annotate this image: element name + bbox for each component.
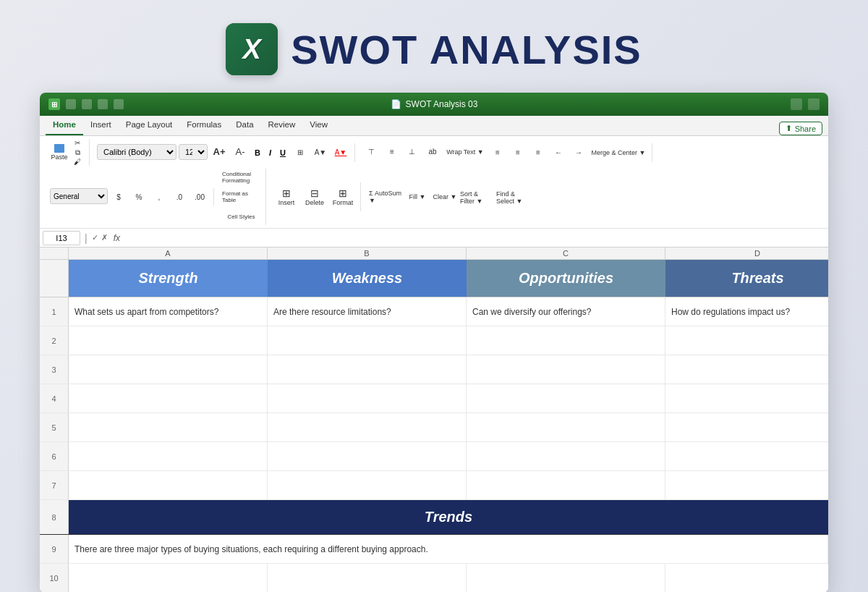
cell-a-7[interactable] bbox=[69, 471, 268, 499]
cell-reference-input[interactable] bbox=[43, 231, 80, 245]
cancel-formula-icon[interactable]: ✗ bbox=[101, 233, 108, 242]
bold-button[interactable]: B bbox=[251, 145, 264, 161]
cell-c-4[interactable] bbox=[467, 384, 665, 413]
cell-b-5[interactable] bbox=[268, 413, 467, 441]
row-10: 10 bbox=[40, 564, 828, 592]
number-format-select[interactable]: General bbox=[50, 188, 108, 204]
check-icon[interactable]: ✓ bbox=[92, 233, 98, 242]
row-10-b[interactable] bbox=[268, 564, 467, 592]
cell-a-5[interactable] bbox=[69, 413, 268, 441]
align-middle-button[interactable]: ≡ bbox=[383, 143, 401, 161]
cell-a-3[interactable] bbox=[69, 355, 268, 384]
underline-button[interactable]: U bbox=[276, 145, 289, 161]
cell-b-7[interactable] bbox=[268, 471, 467, 499]
column-headers: A B C D bbox=[40, 248, 828, 260]
cell-a-4[interactable] bbox=[69, 384, 268, 413]
account-button[interactable] bbox=[808, 98, 820, 110]
fill-button[interactable]: Fill ▼ bbox=[404, 188, 430, 206]
cell-a-2[interactable] bbox=[69, 326, 268, 355]
formula-input[interactable] bbox=[126, 231, 825, 245]
cell-c-7[interactable] bbox=[467, 471, 665, 499]
cell-a-1[interactable]: What sets us apart from competitors? bbox=[69, 297, 268, 326]
paste-button[interactable]: Paste bbox=[50, 144, 69, 161]
cell-d-4[interactable] bbox=[665, 384, 828, 413]
font-group: Calibri (Body) 12 A+ A- B I U ⊞ A▼ A▼ bbox=[93, 143, 355, 162]
cut-button[interactable]: ✂ bbox=[70, 139, 85, 147]
font-size-select[interactable]: 12 bbox=[179, 144, 208, 160]
sort-filter-button[interactable]: Sort & Filter ▼ bbox=[459, 189, 494, 206]
cell-b-4[interactable] bbox=[268, 384, 467, 413]
row-9: 9 There are three major types of buying … bbox=[40, 535, 828, 564]
percent-button[interactable]: % bbox=[129, 188, 148, 206]
increase-font-button[interactable]: A+ bbox=[210, 143, 229, 161]
save-button[interactable] bbox=[66, 99, 76, 109]
conditional-formatting-button[interactable]: Conditional Formatting bbox=[221, 169, 261, 186]
align-left-button[interactable]: ≡ bbox=[488, 144, 507, 161]
row-10-c[interactable] bbox=[467, 564, 665, 592]
opportunities-header: Opportunities bbox=[467, 260, 665, 297]
cell-b-6[interactable] bbox=[268, 442, 467, 470]
copy-button[interactable]: ⧉ bbox=[70, 148, 85, 156]
cell-c-6[interactable] bbox=[467, 442, 665, 470]
cell-d-3[interactable] bbox=[665, 355, 828, 384]
tab-review[interactable]: Review bbox=[261, 115, 303, 135]
search-button[interactable] bbox=[791, 98, 802, 110]
clear-button[interactable]: Clear ▼ bbox=[432, 188, 458, 206]
more-button[interactable] bbox=[114, 99, 124, 109]
cell-c-5[interactable] bbox=[467, 413, 665, 441]
borders-button[interactable]: ⊞ bbox=[291, 144, 310, 161]
increase-decimal-button[interactable]: .00 bbox=[190, 188, 209, 206]
cell-b-1[interactable]: Are there resource limitations? bbox=[268, 297, 467, 326]
cell-b-3[interactable] bbox=[268, 355, 467, 384]
cell-d-2[interactable] bbox=[665, 326, 828, 355]
cell-b-2[interactable] bbox=[268, 326, 467, 355]
merge-center-button[interactable]: Merge & Center ▼ bbox=[590, 144, 647, 161]
cell-d-5[interactable] bbox=[665, 413, 828, 441]
align-center-button[interactable]: ≡ bbox=[509, 144, 527, 161]
decrease-indent-button[interactable]: ← bbox=[549, 144, 568, 161]
font-color-button[interactable]: A▼ bbox=[331, 144, 350, 161]
tab-data[interactable]: Data bbox=[229, 115, 260, 135]
align-top-button[interactable]: ⊤ bbox=[362, 143, 381, 161]
format-button[interactable]: ⊞Format bbox=[330, 182, 356, 211]
insert-button[interactable]: ⊞Insert bbox=[273, 182, 299, 211]
decrease-decimal-button[interactable]: .0 bbox=[170, 188, 189, 206]
comma-button[interactable]: , bbox=[150, 188, 169, 206]
currency-button[interactable]: $ bbox=[109, 188, 128, 206]
format-painter-button[interactable]: 🖌 bbox=[70, 158, 85, 166]
cell-a-6[interactable] bbox=[69, 442, 268, 470]
align-bottom-button[interactable]: ⊥ bbox=[403, 143, 422, 161]
title-bar-title: 📄 SWOT Analysis 03 bbox=[391, 99, 478, 109]
font-family-select[interactable]: Calibri (Body) bbox=[97, 144, 176, 160]
cell-c-2[interactable] bbox=[467, 326, 665, 355]
autosum-button[interactable]: Σ AutoSum ▼ bbox=[368, 188, 403, 206]
undo-button[interactable] bbox=[82, 99, 92, 109]
cell-styles-button[interactable]: Cell Styles bbox=[221, 208, 261, 225]
tab-formulas[interactable]: Formulas bbox=[179, 115, 229, 135]
row-num-5: 5 bbox=[40, 413, 69, 441]
row-10-a[interactable] bbox=[69, 564, 268, 592]
tab-page-layout[interactable]: Page Layout bbox=[119, 115, 180, 135]
redo-button[interactable] bbox=[98, 99, 108, 109]
row-10-d[interactable] bbox=[665, 564, 828, 592]
col-header-c: C bbox=[467, 248, 665, 259]
fill-color-button[interactable]: A▼ bbox=[311, 144, 330, 161]
orientation-button[interactable]: ab bbox=[423, 143, 442, 161]
wrap-text-button[interactable]: Wrap Text ▼ bbox=[443, 143, 487, 161]
increase-indent-button[interactable]: → bbox=[569, 144, 588, 161]
format-table-button[interactable]: Format as Table bbox=[221, 188, 261, 206]
share-button[interactable]: ⬆ Share bbox=[779, 122, 822, 135]
align-right-button[interactable]: ≡ bbox=[529, 144, 548, 161]
decrease-font-button[interactable]: A- bbox=[231, 143, 250, 161]
cell-d-1[interactable]: How do regulations impact us? bbox=[665, 297, 828, 326]
tab-insert[interactable]: Insert bbox=[83, 115, 119, 135]
tab-view[interactable]: View bbox=[302, 115, 335, 135]
tab-home[interactable]: Home bbox=[46, 115, 83, 135]
delete-button[interactable]: ⊟Delete bbox=[302, 182, 328, 211]
cell-c-1[interactable]: Can we diversify our offerings? bbox=[467, 297, 665, 326]
find-select-button[interactable]: Find & Select ▼ bbox=[495, 189, 530, 206]
cell-d-7[interactable] bbox=[665, 471, 828, 499]
italic-button[interactable]: I bbox=[265, 145, 275, 161]
cell-c-3[interactable] bbox=[467, 355, 665, 384]
cell-d-6[interactable] bbox=[665, 442, 828, 470]
